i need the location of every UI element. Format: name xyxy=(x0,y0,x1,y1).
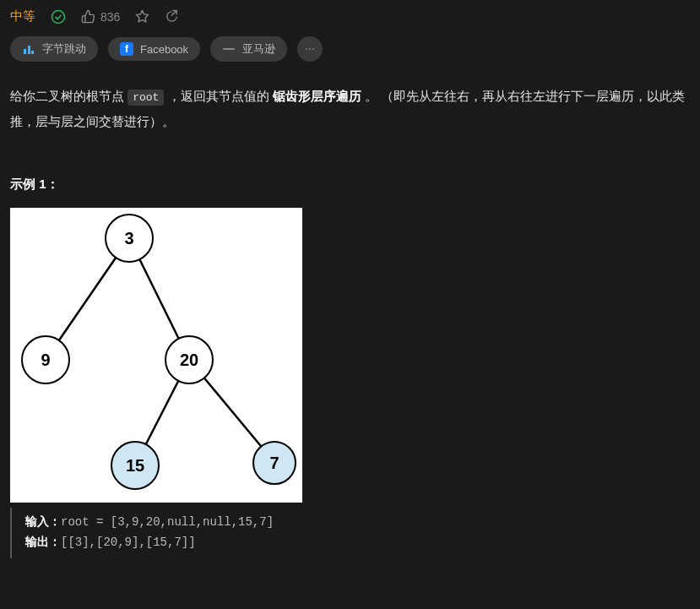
inline-code: root xyxy=(128,90,164,106)
like-button[interactable]: 836 xyxy=(81,9,120,24)
tree-node: 9 xyxy=(21,335,70,384)
example-output: 输出：[[3],[20,9],[15,7]] xyxy=(25,533,690,553)
share-icon xyxy=(165,9,179,24)
tree-node: 20 xyxy=(165,335,214,384)
facebook-icon: f xyxy=(120,42,133,56)
tag-label: 字节跳动 xyxy=(42,41,86,57)
like-count: 836 xyxy=(100,10,120,24)
tag-facebook[interactable]: f Facebook xyxy=(108,37,200,61)
favorite-button[interactable] xyxy=(135,9,149,24)
tag-label: 亚马逊 xyxy=(242,41,275,57)
bytedance-icon xyxy=(22,42,35,56)
svg-point-0 xyxy=(52,10,65,23)
problem-header: 中等 836 xyxy=(10,8,690,24)
amazon-icon xyxy=(222,42,236,56)
tag-label: Facebook xyxy=(140,43,188,56)
tree-node: 3 xyxy=(105,214,154,263)
example-heading: 示例 1： xyxy=(10,177,690,193)
example-input: 输入：root = [3,9,20,null,null,15,7] xyxy=(25,513,690,533)
solved-check-icon xyxy=(51,9,66,24)
difficulty-badge: 中等 xyxy=(10,8,35,24)
share-button[interactable] xyxy=(165,9,179,24)
problem-description: 给你二叉树的根节点 root ，返回其节点值的 锯齿形层序遍历 。 （即先从左往… xyxy=(10,84,690,134)
example-tree-image: 3 9 20 15 7 xyxy=(10,208,302,503)
tree-node: 15 xyxy=(111,441,160,490)
tree-node: 7 xyxy=(252,441,296,485)
svg-marker-1 xyxy=(137,10,149,21)
company-tags: 字节跳动 f Facebook 亚马逊 ⋯ xyxy=(10,36,690,62)
tag-bytedance[interactable]: 字节跳动 xyxy=(10,36,98,62)
more-tags-button[interactable]: ⋯ xyxy=(297,36,323,62)
tag-amazon[interactable]: 亚马逊 xyxy=(210,36,287,62)
example-io: 输入：root = [3,9,20,null,null,15,7] 输出：[[3… xyxy=(10,508,690,558)
svg-line-2 xyxy=(172,10,177,15)
thumbs-up-icon xyxy=(81,9,95,24)
star-icon xyxy=(135,9,149,24)
